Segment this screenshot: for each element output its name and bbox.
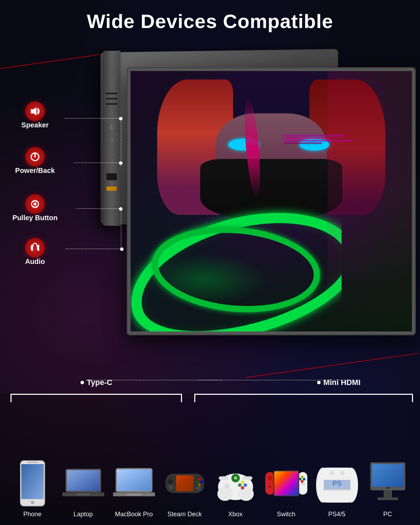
svg-point-53 (301, 480, 303, 483)
steam-deck-icon (164, 459, 206, 508)
macbook-icon (113, 459, 155, 508)
ps-label: PS4/5 (328, 511, 345, 518)
connector-pulley (76, 208, 121, 209)
switch-label: Switch (277, 511, 295, 518)
switch-icon (265, 459, 307, 508)
typec-bracket (10, 394, 182, 402)
svg-rect-22 (176, 475, 194, 491)
pulley-icon (25, 194, 45, 214)
xbox-label: Xbox (228, 511, 243, 518)
devices-section: Phone Laptop (0, 394, 420, 525)
laptop-label: Laptop (74, 511, 93, 518)
svg-rect-41 (243, 476, 252, 480)
device-phone: Phone (12, 459, 54, 518)
svg-point-49 (268, 485, 271, 488)
svg-rect-66 (377, 497, 398, 500)
feature-power: Power/Back (7, 147, 63, 175)
hdmi-dot (317, 381, 321, 384)
feature-audio: Audio (7, 238, 63, 266)
pc-icon (367, 459, 409, 508)
svg-point-8 (31, 501, 34, 504)
svg-point-60 (340, 471, 344, 475)
side-audio-symbol: 🎧 (109, 156, 114, 161)
svg-point-4 (34, 203, 36, 205)
feature-pulley: Pulley Button (7, 194, 63, 222)
monitor-side-panel: ⏻ ↺ 🎧 (103, 51, 120, 226)
svg-point-24 (198, 478, 200, 481)
page-title: Wide Devices Compatible (0, 10, 420, 33)
hdmi-label: Mini HDMI (323, 378, 360, 387)
svg-point-38 (241, 486, 244, 490)
svg-point-28 (168, 485, 173, 490)
device-xbox: ✕ Xbox (215, 459, 257, 518)
laptop-icon (62, 459, 104, 508)
svg-point-32 (238, 487, 254, 501)
svg-rect-42 (265, 472, 274, 495)
swirl-glow (141, 253, 268, 306)
device-laptop: Laptop (62, 459, 104, 518)
hdmi-bracket (194, 394, 413, 402)
svg-point-25 (201, 481, 203, 483)
port-slot-1 (106, 93, 118, 94)
svg-rect-65 (384, 490, 392, 497)
hdmi-label-area: Mini HDMI (317, 378, 360, 387)
device-pc: PC (367, 459, 409, 518)
svg-point-67 (386, 487, 390, 489)
svg-rect-14 (77, 493, 90, 496)
svg-rect-7 (21, 464, 44, 499)
svg-point-50 (301, 476, 303, 478)
ps-icon: PS (316, 459, 358, 508)
monitor-screen (128, 68, 415, 334)
svg-point-59 (330, 471, 334, 475)
wave-2 (284, 138, 329, 139)
svg-point-26 (195, 481, 198, 483)
audio-icon (25, 238, 45, 258)
xbox-icon: ✕ (215, 459, 257, 508)
connector-audio (66, 248, 122, 249)
side-pulley-symbol: ↺ (110, 138, 114, 143)
device-switch: Switch (265, 459, 307, 518)
svg-rect-58 (325, 489, 349, 490)
svg-rect-17 (117, 469, 151, 491)
device-steam-deck: Steam Deck (164, 459, 206, 518)
decorative-line-2 (245, 353, 418, 378)
svg-rect-46 (274, 471, 298, 495)
svg-point-29 (196, 486, 201, 490)
pulley-label: Pulley Button (13, 214, 58, 222)
svg-text:PS: PS (332, 479, 342, 487)
svg-rect-40 (219, 476, 229, 480)
svg-rect-64 (372, 464, 404, 487)
connector-power (74, 162, 121, 163)
speaker-label: Speaker (21, 121, 49, 129)
svg-text:✕: ✕ (233, 475, 238, 481)
connector-speaker (65, 118, 121, 119)
power-icon (25, 147, 45, 167)
speaker-icon (25, 102, 45, 121)
svg-marker-0 (31, 107, 36, 115)
dot-speaker (119, 117, 122, 120)
side-power-symbol: ⏻ (109, 124, 114, 130)
svg-point-36 (241, 481, 244, 484)
svg-rect-19 (126, 493, 141, 496)
typec-dot (80, 381, 84, 384)
phone-icon (12, 459, 54, 508)
usbc-port-1 (106, 173, 117, 180)
hdmi-horiz-line (198, 380, 357, 380)
svg-point-35 (224, 483, 230, 489)
svg-point-23 (168, 479, 173, 484)
device-macbook: MacBook Pro (113, 459, 155, 518)
decorative-line-1 (0, 52, 111, 69)
device-ps: PS PS4/5 (316, 459, 358, 518)
port-slot-3 (106, 103, 118, 105)
svg-point-47 (267, 476, 272, 480)
svg-point-51 (303, 478, 305, 480)
svg-point-52 (299, 478, 301, 480)
svg-rect-9 (27, 462, 38, 463)
hdmi-port (106, 187, 117, 191)
svg-point-39 (238, 483, 241, 487)
devices-row: Phone Laptop (0, 459, 420, 518)
macbook-label: MacBook Pro (115, 511, 153, 518)
vert-connector-1 (121, 121, 121, 166)
svg-point-31 (217, 487, 233, 501)
power-label: Power/Back (15, 167, 55, 175)
